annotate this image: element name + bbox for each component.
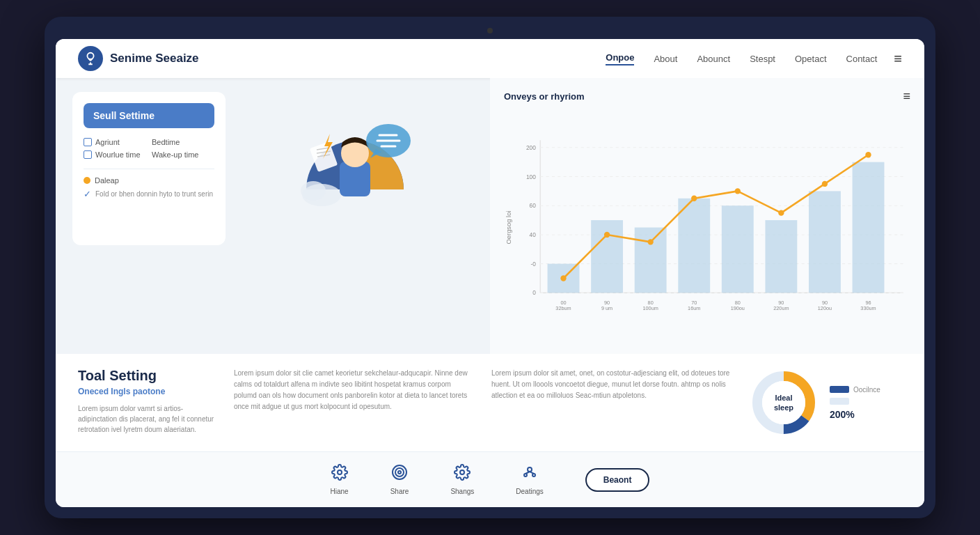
svg-text:60: 60 bbox=[530, 202, 537, 209]
nav-links: Onpoe About Abounct Stespt Opetact Conta… bbox=[606, 52, 877, 65]
svg-point-43 bbox=[735, 188, 741, 194]
beaont-button[interactable]: Beaont bbox=[585, 468, 650, 492]
chart-title: Onveys or rhyriom bbox=[504, 91, 585, 102]
svg-point-39 bbox=[560, 275, 566, 281]
svg-point-40 bbox=[604, 232, 610, 238]
bottom-subheading: Oneced Ingls paotone bbox=[78, 387, 217, 396]
device-frame: Senime Seeaize Onpoe About Abounct Stesp… bbox=[45, 17, 935, 518]
svg-point-72 bbox=[528, 467, 532, 472]
svg-point-0 bbox=[87, 53, 93, 59]
svg-rect-34 bbox=[678, 199, 710, 293]
bottom-right-text: Lorem ipsum dolor sit amet, onet, on cos… bbox=[491, 368, 732, 401]
svg-line-75 bbox=[525, 472, 530, 474]
sleep-setting-title: Seull Settime bbox=[84, 103, 214, 128]
svg-point-4 bbox=[301, 181, 326, 201]
bottom-chart-area: Idealsleep Oocilnce 200% bbox=[749, 368, 902, 437]
hamburger-icon[interactable]: ≡ bbox=[894, 51, 902, 67]
nav-item-about[interactable]: About bbox=[654, 54, 677, 64]
legend-desc: ✓ Fold or bhen donnin hyto to trunt seri… bbox=[84, 189, 214, 199]
svg-point-69 bbox=[395, 468, 404, 476]
legend-color-blue bbox=[830, 386, 849, 393]
checkbox-label-2: Bedtime bbox=[152, 138, 180, 146]
svg-text:40: 40 bbox=[530, 231, 537, 238]
svg-text:16um: 16um bbox=[688, 305, 700, 311]
legend-item-percent bbox=[830, 398, 880, 405]
chart-menu-icon[interactable]: ≡ bbox=[903, 89, 910, 104]
checkbox-label-4: Wake-up time bbox=[152, 150, 198, 159]
svg-text:220um: 220um bbox=[773, 305, 789, 311]
nav-item-opetact[interactable]: Opetact bbox=[795, 54, 827, 64]
svg-text:Oergsog loi: Oergsog loi bbox=[505, 211, 512, 245]
checkbox-agriunt[interactable]: Agriunt bbox=[84, 138, 146, 146]
svg-point-67 bbox=[338, 470, 342, 474]
nav-item-abounct[interactable]: Abounct bbox=[697, 54, 730, 64]
svg-text:200: 200 bbox=[526, 144, 536, 151]
footer-bar: Hiane Share bbox=[56, 451, 924, 507]
footer-item-shangs[interactable]: Shangs bbox=[450, 464, 474, 495]
legend-item-oocilnce: Oocilnce bbox=[830, 386, 880, 394]
nav-item-contact[interactable]: Contact bbox=[846, 54, 878, 64]
footer-item-share[interactable]: Share bbox=[390, 464, 409, 495]
svg-text:9 um: 9 um bbox=[601, 305, 612, 311]
svg-point-73 bbox=[524, 474, 527, 476]
legend-dot bbox=[84, 177, 90, 184]
left-panel: Seull Settime Agriunt Bedtime bbox=[56, 78, 490, 354]
legend-sleep: Daleap bbox=[84, 176, 214, 185]
checkbox-wourlue[interactable]: Wourlue time bbox=[84, 150, 146, 159]
footer-item-hiane[interactable]: Hiane bbox=[331, 464, 349, 495]
footer-label-share: Share bbox=[390, 488, 409, 495]
svg-point-42 bbox=[691, 196, 697, 201]
footer-item-deatings[interactable]: Deatings bbox=[516, 464, 543, 495]
deatings-icon bbox=[521, 464, 538, 485]
svg-rect-36 bbox=[765, 220, 797, 293]
footer-label-shangs: Shangs bbox=[450, 488, 474, 495]
bottom-left: Toal Setting Oneced Ingls paotone Lorem … bbox=[78, 368, 217, 435]
svg-text:0: 0 bbox=[532, 289, 536, 296]
svg-rect-37 bbox=[809, 191, 841, 293]
donut-label: Idealsleep bbox=[774, 393, 793, 413]
svg-rect-32 bbox=[591, 220, 623, 293]
svg-text:32bum: 32bum bbox=[555, 305, 571, 311]
chart-area: Oergsog loi 0 -0 bbox=[504, 112, 910, 343]
checkbox-box-1 bbox=[84, 138, 92, 146]
right-panel: Onveys or rhyriom ≡ Oergsog loi bbox=[490, 78, 924, 354]
checkbox-bedtime: Bedtime bbox=[152, 138, 214, 146]
checkbox-label-3: Wourlue time bbox=[95, 150, 141, 159]
svg-text:-0: -0 bbox=[530, 261, 536, 268]
chart-header: Onveys or rhyriom ≡ bbox=[504, 89, 910, 104]
svg-rect-38 bbox=[853, 162, 885, 293]
bottom-right-text-content: Lorem ipsum dolor sit amet, onet, on cos… bbox=[491, 368, 732, 401]
logo-icon bbox=[78, 46, 103, 71]
screen: Senime Seeaize Onpoe About Abounct Stesp… bbox=[56, 39, 924, 507]
gear-icon-1 bbox=[331, 464, 348, 485]
bottom-desc: Lorem ipsum dolor vamrt si artios-adipin… bbox=[78, 403, 217, 435]
svg-line-76 bbox=[530, 472, 534, 474]
svg-rect-33 bbox=[635, 228, 667, 293]
logo-area: Senime Seeaize bbox=[78, 46, 606, 71]
legend-color-light bbox=[830, 398, 849, 405]
bottom-middle: Lorem ipsum dolor sit clie camet keoriet… bbox=[234, 368, 475, 412]
svg-rect-35 bbox=[722, 206, 754, 293]
sleep-illustration bbox=[278, 92, 432, 245]
svg-point-74 bbox=[532, 474, 535, 476]
nav-item-stespt[interactable]: Stespt bbox=[750, 54, 775, 64]
divider-1 bbox=[84, 169, 214, 169]
check-icon: ✓ bbox=[84, 189, 91, 199]
share-icon bbox=[391, 464, 408, 485]
device-camera bbox=[487, 28, 493, 33]
checkbox-box-2 bbox=[84, 150, 92, 159]
svg-point-44 bbox=[778, 210, 784, 215]
donut-chart: Idealsleep bbox=[749, 368, 819, 437]
chart-svg: Oergsog loi 0 -0 bbox=[504, 112, 910, 343]
bottom-heading: Toal Setting bbox=[78, 368, 217, 384]
bottom-middle-text: Lorem ipsum dolor sit clie camet keoriet… bbox=[234, 368, 475, 412]
svg-text:330um: 330um bbox=[860, 305, 876, 311]
svg-point-46 bbox=[865, 152, 871, 157]
footer-label-deatings: Deatings bbox=[516, 488, 543, 495]
svg-point-71 bbox=[460, 470, 464, 474]
svg-point-45 bbox=[822, 181, 828, 187]
nav-item-onpoe[interactable]: Onpoe bbox=[606, 52, 634, 65]
svg-text:190ou: 190ou bbox=[731, 305, 745, 311]
percentage-text: 200% bbox=[830, 409, 880, 420]
legend-oocilnce-label: Oocilnce bbox=[853, 386, 880, 394]
